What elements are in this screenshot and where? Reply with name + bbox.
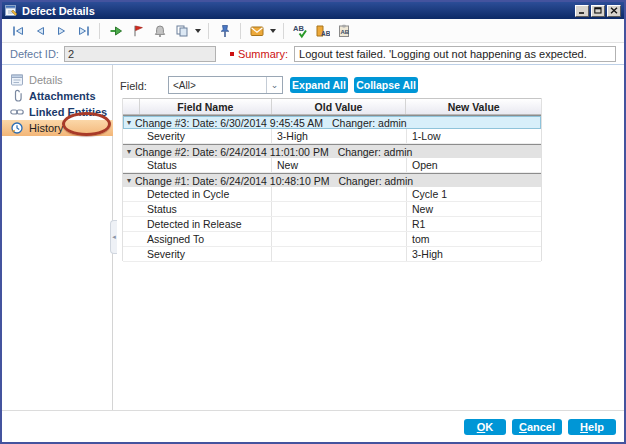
spelling-options-icon[interactable]: AB: [334, 21, 353, 40]
last-entity-icon[interactable]: [74, 21, 93, 40]
collapse-all-button[interactable]: Collapse All: [354, 77, 418, 93]
sidebar: Details Attachments Linked Entities Hi: [2, 65, 113, 410]
history-field-row[interactable]: Assigned Totom: [123, 232, 541, 247]
sidebar-item-attachments[interactable]: Attachments: [2, 88, 112, 104]
new-value-cell: New: [407, 202, 541, 216]
field-filter-label: Field:: [120, 80, 147, 92]
toolbar-separator: [99, 23, 100, 39]
summary-label: Summary:: [238, 48, 288, 60]
copy-icon[interactable]: [172, 21, 191, 40]
history-field-row[interactable]: StatusNew: [123, 202, 541, 217]
email-dropdown-icon[interactable]: [269, 21, 277, 40]
field-name-cell: Severity: [123, 129, 272, 143]
history-field-row[interactable]: Detected in CycleCycle 1: [123, 187, 541, 202]
sidebar-item-label: Details: [29, 74, 63, 86]
required-bullet: [230, 52, 234, 56]
field-name-cell: Severity: [123, 247, 272, 261]
ok-label: K: [485, 421, 493, 433]
old-value-cell: 3-High: [272, 129, 407, 143]
cancel-accesskey: C: [519, 421, 527, 433]
history-field-row[interactable]: Severity3-High: [123, 247, 541, 262]
field-name-cell: Status: [123, 158, 272, 172]
svg-text:AB: AB: [321, 30, 330, 37]
summary-field[interactable]: Logout test failed. 'Logging out not hap…: [294, 46, 616, 62]
sidebar-item-details[interactable]: Details: [2, 72, 112, 88]
history-field-row[interactable]: Detected in ReleaseR1: [123, 217, 541, 232]
check-spelling-icon[interactable]: AB: [290, 21, 309, 40]
history-grid: Field Name Old Value New Value ▾Change #…: [122, 98, 542, 261]
change-group-changer: Changer: admin: [338, 146, 413, 158]
window-title: Defect Details: [22, 5, 575, 17]
pin-icon[interactable]: [215, 21, 234, 40]
defect-id-field: 2: [64, 46, 216, 62]
app-icon: [5, 5, 18, 17]
collapse-arrow-icon[interactable]: ▾: [127, 118, 131, 127]
toolbar-separator: [240, 23, 241, 39]
ok-button[interactable]: OK: [464, 419, 506, 435]
history-grid-header: Field Name Old Value New Value: [123, 98, 541, 115]
follow-up-flag-icon[interactable]: [128, 21, 147, 40]
thesaurus-icon[interactable]: AB: [312, 21, 331, 40]
old-value-cell: [272, 187, 407, 201]
old-value-cell: [272, 202, 407, 216]
close-button[interactable]: [607, 5, 621, 17]
new-value-cell: Open: [407, 158, 541, 172]
toolbar-separator: [208, 23, 209, 39]
change-group-row[interactable]: ▾Change #2: Date: 6/24/2014 11:01:00 PMC…: [123, 144, 541, 158]
send-email-icon[interactable]: [247, 21, 266, 40]
old-value-cell: [272, 232, 407, 246]
linked-entities-icon: [10, 105, 24, 119]
field-name-cell: Detected in Cycle: [123, 187, 272, 201]
svg-text:AB: AB: [340, 29, 349, 35]
first-entity-icon[interactable]: [8, 21, 27, 40]
collapse-arrow-icon[interactable]: ▾: [127, 147, 131, 156]
new-value-cell: tom: [407, 232, 541, 246]
column-header-old-value[interactable]: Old Value: [272, 99, 407, 114]
change-group-title: Change #3: Date: 6/30/2014 9:45:45 AM: [135, 117, 323, 129]
history-icon: [10, 121, 24, 135]
change-group-row[interactable]: ▾Change #1: Date: 6/24/2014 10:48:10 PMC…: [123, 173, 541, 187]
toolbar-separator: [283, 23, 284, 39]
new-value-cell: 1-Low: [407, 129, 541, 143]
field-name-cell: Assigned To: [123, 232, 272, 246]
change-group-row[interactable]: ▾Change #3: Date: 6/30/2014 9:45:45 AMCh…: [123, 115, 541, 129]
sidebar-item-linked-entities[interactable]: Linked Entities: [2, 104, 112, 120]
column-header-field-name[interactable]: Field Name: [140, 99, 272, 114]
change-group-title: Change #2: Date: 6/24/2014 11:01:00 PM: [135, 146, 329, 158]
go-to-icon[interactable]: [106, 21, 125, 40]
toolbar: AB AB AB: [2, 19, 624, 43]
collapse-arrow-icon[interactable]: ▾: [127, 176, 131, 185]
id-summary-row: Defect ID: 2 Summary: Logout test failed…: [2, 43, 624, 65]
new-value-cell: R1: [407, 217, 541, 231]
help-label: elp: [588, 421, 604, 433]
help-button[interactable]: Help: [568, 419, 616, 435]
new-value-cell: 3-High: [407, 247, 541, 261]
minimize-button[interactable]: [575, 5, 589, 17]
expand-all-button[interactable]: Expand All: [290, 77, 348, 93]
copy-dropdown-icon[interactable]: [194, 21, 202, 40]
attachment-icon: [10, 89, 24, 103]
content-area: Details Attachments Linked Entities Hi: [2, 65, 624, 410]
grid-gutter: [123, 99, 140, 114]
column-header-new-value[interactable]: New Value: [406, 99, 541, 114]
old-value-cell: [272, 217, 407, 231]
history-field-row[interactable]: Severity3-High1-Low: [123, 129, 541, 144]
sidebar-item-label: Attachments: [29, 90, 96, 102]
cancel-label: ancel: [527, 421, 555, 433]
field-name-cell: Status: [123, 202, 272, 216]
change-group-title: Change #1: Date: 6/24/2014 10:48:10 PM: [135, 175, 329, 187]
chevron-down-icon: ⌄: [266, 77, 282, 93]
history-field-row[interactable]: StatusNewOpen: [123, 158, 541, 173]
title-bar: Defect Details: [2, 2, 624, 19]
sidebar-collapse-handle[interactable]: ◂: [110, 220, 117, 254]
next-entity-icon[interactable]: [52, 21, 71, 40]
maximize-button[interactable]: [591, 5, 605, 17]
sidebar-item-history[interactable]: History: [2, 120, 112, 136]
field-filter-dropdown[interactable]: <All> ⌄: [168, 76, 283, 94]
previous-entity-icon[interactable]: [30, 21, 49, 40]
cancel-button[interactable]: Cancel: [512, 419, 562, 435]
alert-icon[interactable]: [150, 21, 169, 40]
defect-id-label: Defect ID:: [10, 48, 59, 60]
sidebar-item-label: Linked Entities: [29, 106, 107, 118]
field-name-cell: Detected in Release: [123, 217, 272, 231]
